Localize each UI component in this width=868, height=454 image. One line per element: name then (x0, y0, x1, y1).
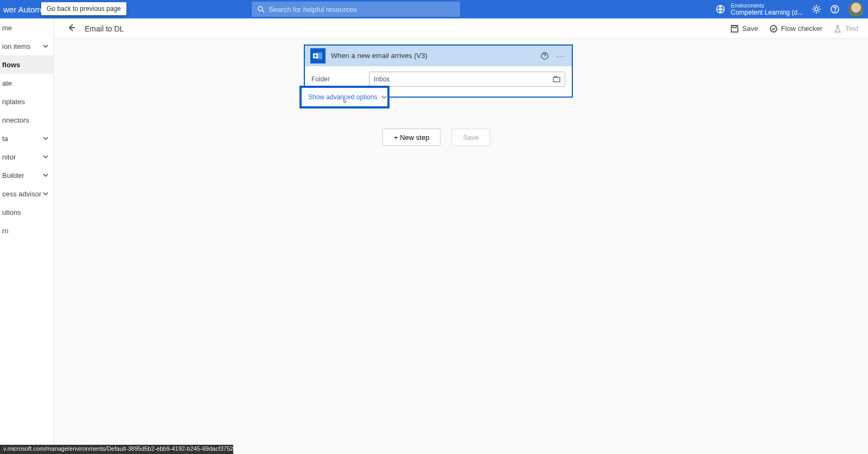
environment-icon (716, 4, 725, 14)
environment-value: Competent Learning (d... (731, 9, 803, 16)
back-button[interactable] (66, 23, 76, 35)
flask-icon (833, 24, 842, 33)
test-label: Test (845, 24, 858, 33)
designer-canvas[interactable]: When a new email arrives (V3) ··· Folder… (54, 39, 868, 454)
flow-checker-button[interactable]: Flow checker (769, 24, 823, 33)
environment-selector[interactable]: Environments Competent Learning (d... (716, 3, 803, 16)
svg-point-3 (815, 8, 818, 11)
svg-point-5 (835, 11, 835, 12)
chevron-down-icon (43, 136, 48, 141)
environment-text: Environments Competent Learning (d... (731, 3, 803, 16)
arrow-left-icon (66, 23, 76, 33)
svg-rect-7 (733, 25, 736, 28)
chevron-down-icon (43, 191, 48, 196)
save-button[interactable]: Save (730, 24, 758, 33)
flow-title: Email to DL (85, 24, 124, 33)
folder-picker-icon[interactable] (553, 75, 560, 83)
advanced-link: Show advanced options (308, 93, 377, 101)
svg-rect-6 (731, 25, 738, 32)
sidebar-item-action-items[interactable]: ion items (0, 37, 54, 55)
svg-point-11 (314, 54, 316, 56)
sidebar-item-solutions[interactable]: utions (0, 203, 54, 221)
checker-icon (769, 24, 778, 33)
sidebar-item-my-flows[interactable]: flows (0, 55, 54, 74)
outlook-icon (310, 48, 326, 63)
save-label: Save (742, 24, 758, 33)
action-buttons: + New step Save (382, 129, 490, 146)
more-icon[interactable]: ··· (557, 52, 566, 60)
svg-line-1 (263, 11, 264, 12)
folder-label: Folder (311, 75, 363, 83)
sidebar-item-ai-builder[interactable]: Builder (0, 166, 54, 184)
user-avatar[interactable] (848, 2, 864, 17)
sidebar-item-create[interactable]: ate (0, 74, 54, 92)
topbar-right: Environments Competent Learning (d... (716, 0, 864, 18)
test-button[interactable]: Test (833, 24, 858, 33)
svg-point-0 (258, 7, 263, 11)
help-icon[interactable] (540, 52, 549, 60)
brand-text: wer Automa (0, 5, 46, 14)
chevron-down-icon (43, 43, 48, 49)
search-box[interactable] (252, 2, 460, 17)
sidebar-item-connectors[interactable]: nnectors (0, 111, 54, 129)
svg-rect-13 (553, 78, 560, 82)
new-step-button[interactable]: + New step (382, 129, 441, 146)
command-bar: Email to DL Save Flow checker Test (54, 18, 868, 39)
search-icon (257, 5, 264, 13)
folder-input[interactable]: Inbox (369, 72, 565, 87)
save-step-button: Save (451, 129, 490, 146)
chevron-down-icon (381, 94, 387, 100)
sidebar-item-home[interactable]: me (0, 18, 54, 37)
folder-row: Folder Inbox (311, 72, 565, 87)
trigger-title: When a new email arrives (V3) (331, 52, 535, 60)
save-icon (730, 24, 739, 33)
sidebar: me ion items flows ate nplates nnectors … (0, 18, 54, 454)
search-input[interactable] (269, 5, 455, 14)
sidebar-item-monitor[interactable]: nitor (0, 148, 54, 166)
chevron-down-icon (43, 154, 48, 159)
sidebar-item-learn[interactable]: rn (0, 221, 54, 240)
environment-label: Environments (731, 3, 803, 9)
settings-icon[interactable] (812, 4, 821, 14)
status-bar-url: v.microsoft.com/manage/environments/Defa… (0, 445, 233, 454)
sidebar-item-process-advisor[interactable]: cess advisor (0, 184, 54, 203)
top-bar: wer Automa Go back to previous page Envi… (0, 0, 868, 18)
folder-value: Inbox (374, 75, 390, 83)
sidebar-item-data[interactable]: ta (0, 129, 54, 148)
chevron-down-icon (43, 172, 48, 178)
flow-checker-label: Flow checker (781, 24, 823, 33)
go-back-tooltip: Go back to previous page (41, 2, 126, 15)
trigger-header[interactable]: When a new email arrives (V3) ··· (305, 46, 572, 66)
sidebar-item-templates[interactable]: nplates (0, 92, 54, 111)
help-icon[interactable] (830, 4, 840, 14)
show-advanced-options[interactable]: Show advanced options (299, 86, 390, 108)
